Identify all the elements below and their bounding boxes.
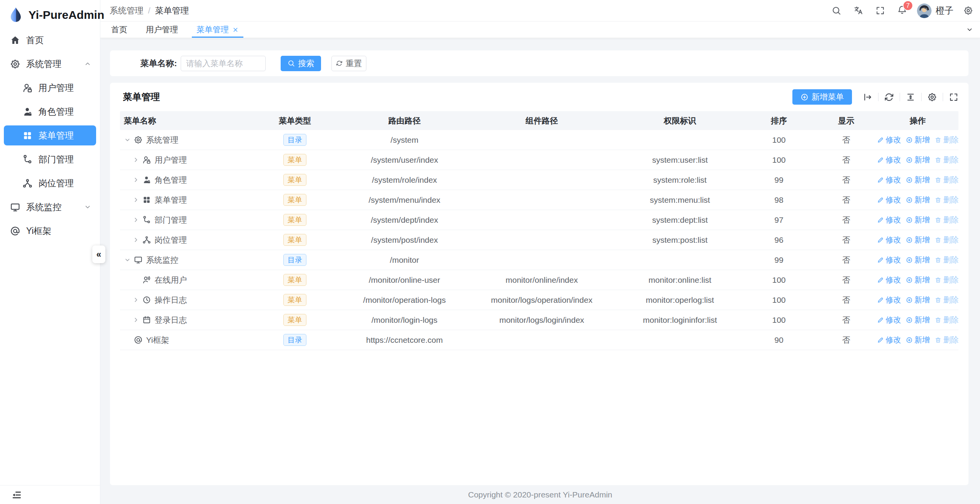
cell-actions: 修改新增删除 <box>877 255 958 265</box>
refresh-icon[interactable] <box>884 92 894 102</box>
edit-link[interactable]: 修改 <box>877 335 901 345</box>
sidebar-item-user-management[interactable]: 用户管理 <box>4 78 96 98</box>
delete-link[interactable]: 删除 <box>935 275 959 285</box>
cell-route-path: /system <box>343 135 466 145</box>
search-icon[interactable] <box>832 6 841 15</box>
add-menu-button[interactable]: 新增菜单 <box>792 89 852 105</box>
fullscreen-icon[interactable] <box>875 6 885 15</box>
add-link[interactable]: 新增 <box>906 195 930 205</box>
reset-button[interactable]: 重置 <box>331 56 366 71</box>
delete-link[interactable]: 删除 <box>935 315 959 325</box>
edit-link[interactable]: 修改 <box>877 155 901 165</box>
tab-home[interactable]: 首页 <box>110 22 128 38</box>
delete-link[interactable]: 删除 <box>935 335 959 345</box>
chevron-down-icon[interactable] <box>124 256 131 264</box>
topbar-actions: 7 橙子 <box>832 3 973 18</box>
menu-grid-icon <box>22 130 33 141</box>
add-link[interactable]: 新增 <box>906 175 930 185</box>
add-link[interactable]: 新增 <box>906 155 930 165</box>
search-button[interactable]: 搜索 <box>281 56 321 71</box>
cell-component-path: monitor/logs/operation/index <box>466 295 617 305</box>
column-settings-icon[interactable] <box>927 92 937 102</box>
delete-link[interactable]: 删除 <box>935 295 959 305</box>
menu-name-input[interactable] <box>181 56 266 71</box>
sidebar-item-yi-framework[interactable]: Yi框架 <box>4 221 96 241</box>
add-link[interactable]: 新增 <box>906 215 930 225</box>
delete-link[interactable]: 删除 <box>935 155 959 165</box>
edit-link[interactable]: 修改 <box>877 195 901 205</box>
chevron-right-icon[interactable] <box>132 196 140 204</box>
edit-link[interactable]: 修改 <box>877 175 901 185</box>
delete-link[interactable]: 删除 <box>935 235 959 245</box>
delete-link[interactable]: 删除 <box>935 195 959 205</box>
delete-link[interactable]: 删除 <box>935 175 959 185</box>
chevron-right-icon[interactable] <box>132 216 140 224</box>
sidebar-item-system-monitor[interactable]: 系统监控 <box>4 197 96 217</box>
sidebar-collapse-button[interactable]: « <box>92 245 105 263</box>
edit-link[interactable]: 修改 <box>877 295 901 305</box>
chevron-down-icon[interactable] <box>124 136 131 144</box>
edit-link[interactable]: 修改 <box>877 235 901 245</box>
notifications-button[interactable]: 7 <box>897 5 907 16</box>
at-icon <box>10 226 20 236</box>
edit-link[interactable]: 修改 <box>877 255 901 265</box>
sidebar-item-menu-management[interactable]: 菜单管理 <box>4 125 96 145</box>
sidebar-item-role-management[interactable]: 角色管理 <box>4 102 96 122</box>
tab-menu-management[interactable]: 菜单管理 <box>196 22 240 38</box>
table-body: 系统管理目录/system100否修改新增删除用户管理菜单/system/use… <box>120 130 958 350</box>
add-link[interactable]: 新增 <box>906 255 930 265</box>
edit-link[interactable]: 修改 <box>877 275 901 285</box>
translate-icon[interactable] <box>854 6 863 15</box>
add-link[interactable]: 新增 <box>906 315 930 325</box>
breadcrumb-item[interactable]: 系统管理 <box>110 5 143 17</box>
edit-link[interactable]: 修改 <box>877 135 901 145</box>
gear-icon <box>10 59 20 69</box>
cell-sort: 98 <box>742 195 815 205</box>
chevron-right-icon[interactable] <box>132 296 140 304</box>
table-fullscreen-icon[interactable] <box>949 92 958 102</box>
plus-circle-icon <box>906 157 913 164</box>
delete-link[interactable]: 删除 <box>935 255 959 265</box>
cell-menu-name: 登录日志 <box>120 315 247 325</box>
delete-link[interactable]: 删除 <box>935 135 959 145</box>
chevron-right-icon[interactable] <box>132 156 140 164</box>
user-menu[interactable]: 橙子 <box>917 3 953 18</box>
table-row: Yi框架目录https://ccnetcore.com90否修改新增删除 <box>120 330 958 350</box>
cell-actions: 修改新增删除 <box>877 295 958 305</box>
sidebar-item-system-management[interactable]: 系统管理 <box>4 54 96 74</box>
delete-link[interactable]: 删除 <box>935 215 959 225</box>
settings-gear-icon[interactable] <box>963 6 973 15</box>
sidebar-item-post-management[interactable]: 岗位管理 <box>4 173 96 193</box>
edit-link[interactable]: 修改 <box>877 215 901 225</box>
tabs-more-button[interactable] <box>959 22 980 38</box>
menu-fold-icon[interactable] <box>12 490 22 500</box>
cell-menu-name: 操作日志 <box>120 295 247 305</box>
sidebar-item-home[interactable]: 首页 <box>4 30 96 50</box>
add-link[interactable]: 新增 <box>906 295 930 305</box>
add-link[interactable]: 新增 <box>906 135 930 145</box>
logo[interactable]: Yi-PureAdmin <box>0 0 100 30</box>
trash-icon <box>935 257 942 264</box>
post-icon <box>142 235 151 244</box>
density-icon[interactable] <box>906 92 915 102</box>
close-icon[interactable] <box>232 27 239 33</box>
copyright-text: Copyright © 2020-present Yi-PureAdmin <box>468 490 612 499</box>
chevron-right-icon[interactable] <box>132 316 140 324</box>
column-header: 排序 <box>742 115 815 126</box>
add-link[interactable]: 新增 <box>906 335 930 345</box>
chevron-placeholder <box>124 336 131 344</box>
sidebar-item-dept-management[interactable]: 部门管理 <box>4 149 96 169</box>
chevron-right-icon[interactable] <box>132 236 140 244</box>
divider <box>878 93 879 101</box>
add-link[interactable]: 新增 <box>906 275 930 285</box>
add-link[interactable]: 新增 <box>906 235 930 245</box>
edit-link[interactable]: 修改 <box>877 315 901 325</box>
sidebar-item-label: 系统监控 <box>26 201 62 213</box>
expand-toggle-icon[interactable] <box>863 92 872 102</box>
trash-icon <box>935 297 942 304</box>
chevron-right-icon[interactable] <box>132 176 140 184</box>
tab-user-management[interactable]: 用户管理 <box>145 22 179 38</box>
cell-menu-type: 菜单 <box>247 234 343 246</box>
logo-drop-icon <box>7 6 25 24</box>
plus-circle-icon <box>906 297 913 304</box>
